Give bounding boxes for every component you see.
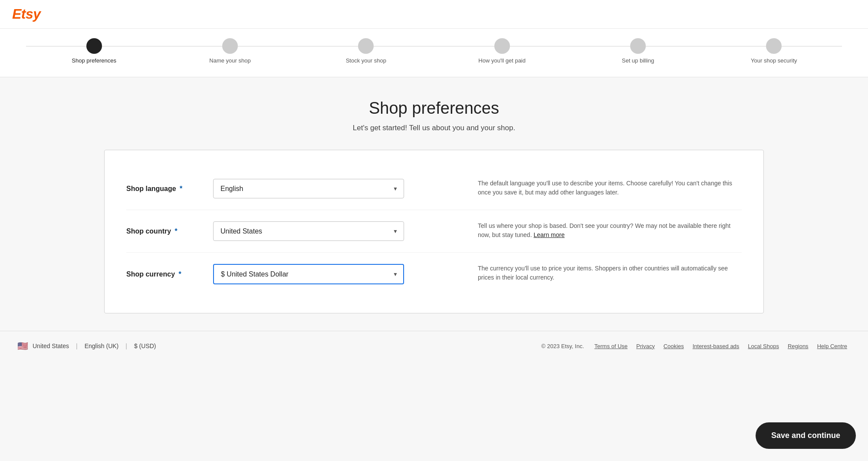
footer-right: © 2023 Etsy, Inc. Terms of UsePrivacyCoo… <box>541 343 851 349</box>
progress-step-5: Your shop security <box>706 38 842 64</box>
page-title: Shop preferences <box>104 99 764 118</box>
footer-link-0[interactable]: Terms of Use <box>595 343 628 349</box>
progress-bar-container: Shop preferencesName your shopStock your… <box>0 29 868 77</box>
step-dot-1 <box>222 38 238 54</box>
footer-divider-1: | <box>76 342 78 349</box>
form-row-left-2: Shop currency *$ United States Dollar▼ <box>126 264 452 284</box>
progress-step-2: Stock your shop <box>298 38 434 64</box>
form-card: Shop language *English▼The default langu… <box>104 150 764 313</box>
page-subtitle: Let's get started! Tell us about you and… <box>104 124 764 132</box>
footer-locale: United States <box>33 342 69 349</box>
footer-link-3[interactable]: Interest-based ads <box>693 343 740 349</box>
progress-step-0: Shop preferences <box>26 38 162 64</box>
header: Etsy <box>0 0 868 29</box>
select-1[interactable]: United States <box>213 221 404 241</box>
save-button-container: Save and continue <box>756 422 856 449</box>
progress-step-3: How you'll get paid <box>434 38 570 64</box>
field-label-2: Shop currency * <box>126 270 213 278</box>
footer-link-2[interactable]: Cookies <box>664 343 684 349</box>
step-label-4: Set up billing <box>622 57 654 64</box>
form-row-2: Shop currency *$ United States Dollar▼Th… <box>126 253 742 296</box>
required-star-0: * <box>178 185 183 192</box>
footer: 🇺🇸 United States | English (UK) | $ (USD… <box>0 331 868 361</box>
hint-text-0: The default language you'll use to descr… <box>478 179 742 197</box>
form-row-left-0: Shop language *English▼ <box>126 179 452 198</box>
required-star-2: * <box>177 270 181 278</box>
footer-currency: $ (USD) <box>134 342 156 349</box>
progress-step-4: Set up billing <box>570 38 706 64</box>
form-row-left-1: Shop country *United States▼ <box>126 221 452 241</box>
step-dot-4 <box>630 38 646 54</box>
step-label-5: Your shop security <box>751 57 797 64</box>
footer-link-5[interactable]: Regions <box>788 343 809 349</box>
footer-left: 🇺🇸 United States | English (UK) | $ (USD… <box>17 341 156 351</box>
footer-link-1[interactable]: Privacy <box>636 343 655 349</box>
step-label-0: Shop preferences <box>72 57 116 64</box>
footer-link-6[interactable]: Help Centre <box>817 343 847 349</box>
field-label-1: Shop country * <box>126 227 213 235</box>
etsy-logo: Etsy <box>12 6 41 22</box>
step-dot-5 <box>766 38 782 54</box>
step-label-3: How you'll get paid <box>478 57 526 64</box>
step-label-1: Name your shop <box>209 57 250 64</box>
save-continue-button[interactable]: Save and continue <box>756 422 856 449</box>
select-wrapper-0[interactable]: English▼ <box>213 179 404 198</box>
select-0[interactable]: English <box>213 179 404 198</box>
form-row-right-1: Tell us where your shop is based. Don't … <box>452 221 742 240</box>
step-dot-2 <box>358 38 374 54</box>
field-label-0: Shop language * <box>126 185 213 193</box>
form-row-right-2: The currency you'll use to price your it… <box>452 264 742 282</box>
progress-step-1: Name your shop <box>162 38 298 64</box>
step-dot-0 <box>86 38 102 54</box>
progress-steps: Shop preferencesName your shopStock your… <box>26 38 842 64</box>
step-label-2: Stock your shop <box>346 57 386 64</box>
hint-link-1[interactable]: Learn more <box>533 231 565 238</box>
footer-divider-2: | <box>125 342 127 349</box>
flag-icon: 🇺🇸 <box>17 341 28 351</box>
form-row-1: Shop country *United States▼Tell us wher… <box>126 210 742 253</box>
select-2[interactable]: $ United States Dollar <box>213 264 404 284</box>
form-row-right-0: The default language you'll use to descr… <box>452 179 742 197</box>
select-wrapper-1[interactable]: United States▼ <box>213 221 404 241</box>
hint-text-1: Tell us where your shop is based. Don't … <box>478 221 742 240</box>
footer-language: English (UK) <box>85 342 119 349</box>
hint-text-2: The currency you'll use to price your it… <box>478 264 742 282</box>
form-row-0: Shop language *English▼The default langu… <box>126 168 742 210</box>
required-star-1: * <box>173 227 178 235</box>
select-wrapper-2[interactable]: $ United States Dollar▼ <box>213 264 404 284</box>
footer-link-4[interactable]: Local Shops <box>748 343 779 349</box>
footer-copyright: © 2023 Etsy, Inc. <box>541 343 584 349</box>
main-content: Shop preferences Let's get started! Tell… <box>87 77 781 331</box>
step-dot-3 <box>494 38 510 54</box>
